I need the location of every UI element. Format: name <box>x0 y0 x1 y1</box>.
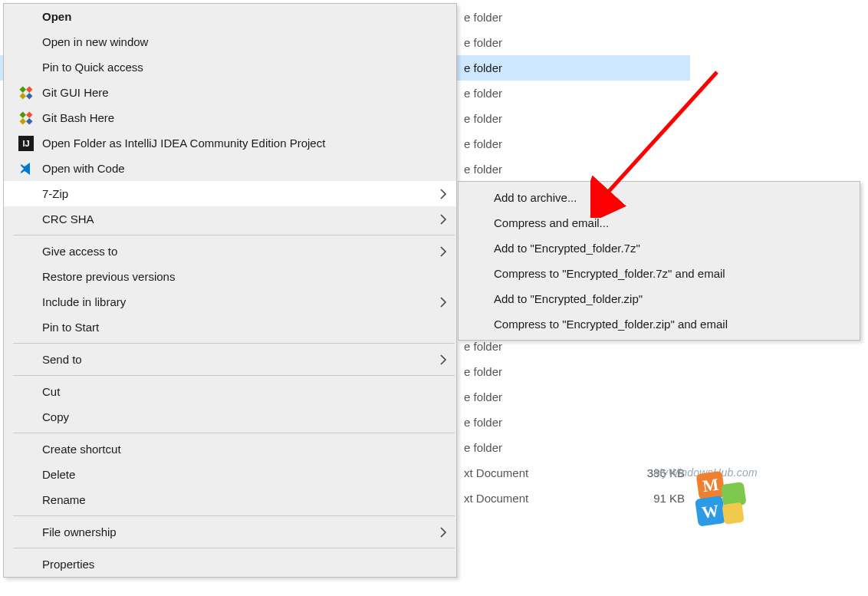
menu-separator <box>13 375 455 376</box>
menu-item-label: Properties <box>42 558 94 571</box>
menu-item-include-in-library[interactable]: Include in library <box>4 289 456 314</box>
menu-item-create-shortcut[interactable]: Create shortcut <box>4 436 456 462</box>
svg-rect-6 <box>26 118 32 124</box>
menu-item-restore-previous-versions[interactable]: Restore previous versions <box>4 264 456 289</box>
menu-item-label: Compress and email... <box>494 216 609 229</box>
menu-separator <box>13 343 455 344</box>
menu-item-label: Open with Code <box>42 162 125 175</box>
menu-item-label: Add to archive... <box>494 191 577 204</box>
file-type-label: e folder <box>464 137 502 150</box>
menu-item-open[interactable]: Open <box>4 4 456 29</box>
menu-item-label: Cut <box>42 385 60 398</box>
svg-rect-2 <box>26 93 32 99</box>
submenu-item-compress-and-email[interactable]: Compress and email... <box>459 210 860 235</box>
menu-item-label: Copy <box>42 410 69 423</box>
menu-item-label: Compress to "Encrypted_folder.zip" and e… <box>494 318 728 331</box>
file-type-label: e folder <box>464 112 502 125</box>
menu-item-label: Pin to Start <box>42 321 99 334</box>
chevron-right-icon <box>439 526 447 538</box>
vscode-icon <box>18 160 35 177</box>
svg-rect-3 <box>20 93 26 99</box>
menu-separator <box>13 235 455 235</box>
menu-item-open-with-code[interactable]: Open with Code <box>4 156 456 181</box>
menu-item-label: 7-Zip <box>42 187 68 200</box>
menu-separator <box>13 433 455 433</box>
file-type-label: e folder <box>464 61 502 74</box>
submenu-item-compress-to-encrypted-folder-7z-and-email[interactable]: Compress to "Encrypted_folder.7z" and em… <box>459 261 860 286</box>
git-gui-icon <box>18 84 35 101</box>
menu-item-label: Pin to Quick access <box>42 61 143 74</box>
svg-rect-1 <box>20 86 26 92</box>
menu-item-7-zip[interactable]: 7-Zip <box>4 181 456 206</box>
menu-item-label: CRC SHA <box>42 212 94 226</box>
file-type-label: e folder <box>464 390 502 403</box>
file-size-label: 91 KB <box>643 492 685 505</box>
file-type-label: e folder <box>464 340 502 353</box>
chevron-right-icon <box>439 296 447 308</box>
menu-item-label: Open Folder as IntelliJ IDEA Community E… <box>42 137 325 150</box>
git-bash-icon <box>18 110 35 127</box>
menu-item-label: Git GUI Here <box>42 86 109 99</box>
menu-item-delete[interactable]: Delete <box>4 462 456 487</box>
svg-rect-4 <box>26 111 32 117</box>
file-type-label: e folder <box>464 163 502 176</box>
menu-item-file-ownership[interactable]: File ownership <box>4 519 456 545</box>
menu-item-label: Add to "Encrypted_folder.zip" <box>494 292 643 305</box>
svg-text:IJ: IJ <box>22 139 29 148</box>
menu-separator <box>13 548 455 548</box>
menu-item-give-access-to[interactable]: Give access to <box>4 239 456 264</box>
svg-rect-0 <box>26 86 32 92</box>
context-menu: OpenOpen in new windowPin to Quick acces… <box>3 3 457 578</box>
menu-item-label: Include in library <box>42 295 126 308</box>
menu-item-label: Open <box>42 10 71 23</box>
file-type-label: xt Document <box>464 466 528 479</box>
file-type-label: xt Document <box>464 492 528 505</box>
submenu-item-compress-to-encrypted-folder-zip-and-email[interactable]: Compress to "Encrypted_folder.zip" and e… <box>459 311 860 337</box>
submenu-item-add-to-encrypted-folder-7z[interactable]: Add to "Encrypted_folder.7z" <box>459 235 860 261</box>
menu-item-properties[interactable]: Properties <box>4 552 456 577</box>
file-type-label: e folder <box>464 441 502 454</box>
menu-item-label: Open in new window <box>42 35 148 48</box>
menu-item-label: File ownership <box>42 525 117 538</box>
chevron-right-icon <box>439 213 447 226</box>
menu-item-label: Delete <box>42 468 75 481</box>
svg-text:M: M <box>702 475 720 496</box>
menu-item-label: Give access to <box>42 245 117 258</box>
menu-item-label: Send to <box>42 353 82 366</box>
file-type-label: e folder <box>464 365 502 378</box>
submenu-item-add-to-archive[interactable]: Add to archive... <box>459 185 860 210</box>
file-type-label: e folder <box>464 87 502 100</box>
menu-item-label: Compress to "Encrypted_folder.7z" and em… <box>494 267 725 280</box>
menu-item-pin-to-start[interactable]: Pin to Start <box>4 314 456 340</box>
svg-rect-7 <box>20 118 26 124</box>
intellij-icon: IJ <box>18 135 35 152</box>
menu-item-label: Add to "Encrypted_folder.7z" <box>494 242 640 255</box>
menu-item-label: Rename <box>42 493 86 506</box>
file-type-label: e folder <box>464 11 502 24</box>
submenu-7zip: Add to archive...Compress and email...Ad… <box>458 181 860 341</box>
menu-item-label: Restore previous versions <box>42 270 175 283</box>
menu-item-label: Git Bash Here <box>42 111 114 124</box>
menu-item-open-in-new-window[interactable]: Open in new window <box>4 29 456 54</box>
chevron-right-icon <box>439 354 447 366</box>
menu-item-open-folder-as-intellij-idea-community-edition-project[interactable]: IJOpen Folder as IntelliJ IDEA Community… <box>4 130 456 156</box>
chevron-right-icon <box>439 245 447 258</box>
menu-item-label: Create shortcut <box>42 443 121 456</box>
menu-item-send-to[interactable]: Send to <box>4 347 456 372</box>
chevron-right-icon <box>439 188 447 200</box>
menu-item-git-bash-here[interactable]: Git Bash Here <box>4 105 456 130</box>
menu-item-cut[interactable]: Cut <box>4 379 456 404</box>
menu-item-pin-to-quick-access[interactable]: Pin to Quick access <box>4 54 456 80</box>
file-type-label: e folder <box>464 416 502 429</box>
submenu-item-add-to-encrypted-folder-zip[interactable]: Add to "Encrypted_folder.zip" <box>459 286 860 311</box>
menu-separator <box>13 515 455 516</box>
menu-item-rename[interactable]: Rename <box>4 487 456 512</box>
menu-item-crc-sha[interactable]: CRC SHA <box>4 206 456 232</box>
site-logo: M W <box>692 466 753 528</box>
menu-item-git-gui-here[interactable]: Git GUI Here <box>4 80 456 105</box>
menu-item-copy[interactable]: Copy <box>4 404 456 430</box>
svg-text:W: W <box>701 501 720 522</box>
file-type-label: e folder <box>464 36 502 49</box>
svg-rect-5 <box>20 111 26 117</box>
svg-rect-16 <box>722 502 744 525</box>
